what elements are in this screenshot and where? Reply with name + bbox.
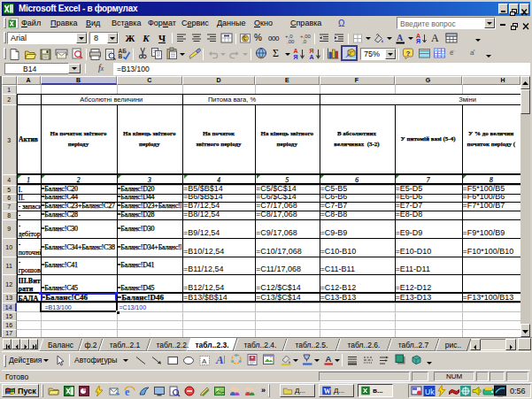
svg-text:,0: ,0 — [302, 39, 307, 44]
svg-text:,00: ,00 — [287, 39, 295, 44]
svg-text:Я: Я — [416, 38, 420, 44]
svg-text:A: A — [397, 33, 404, 42]
svg-text:Я: Я — [294, 54, 298, 60]
svg-text:A: A — [326, 354, 332, 364]
svg-text:А: А — [310, 54, 314, 60]
svg-text:?: ? — [406, 50, 411, 58]
svg-text:A: A — [202, 357, 207, 365]
svg-text:A: A — [215, 353, 224, 366]
svg-text:W: W — [324, 387, 331, 395]
svg-text:В: В — [119, 53, 123, 59]
svg-text:Uk: Uk — [425, 387, 435, 396]
